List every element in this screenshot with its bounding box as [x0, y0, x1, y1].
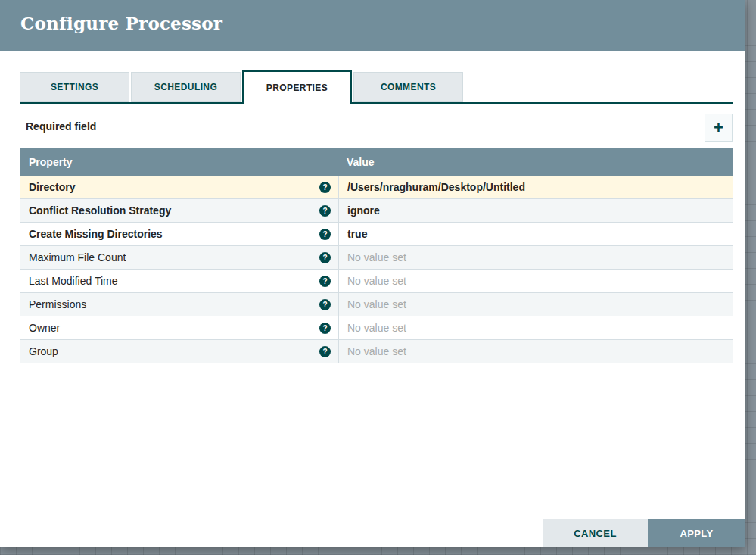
property-value[interactable]: ignore — [338, 199, 655, 222]
property-name: Last Modified Time — [29, 275, 118, 287]
property-name: Maximum File Count — [29, 251, 126, 263]
property-value[interactable]: No value set — [338, 316, 655, 339]
property-value[interactable]: /Users/nraghuram/Desktop/Untitled — [338, 176, 655, 198]
configure-processor-dialog: Configure Processor SETTINGS SCHEDULING … — [0, 0, 745, 547]
dialog-header: Configure Processor — [0, 0, 745, 51]
tab-settings[interactable]: SETTINGS — [20, 72, 129, 102]
tab-label: SCHEDULING — [154, 82, 217, 92]
properties-table: Property Value Directory ? /Users/nraghu… — [20, 148, 733, 363]
property-name: Conflict Resolution Strategy — [29, 204, 171, 217]
property-value[interactable]: No value set — [338, 340, 655, 363]
help-icon[interactable]: ? — [319, 276, 331, 287]
help-icon[interactable]: ? — [319, 205, 331, 217]
tab-label: SETTINGS — [51, 82, 98, 92]
help-icon[interactable]: ? — [319, 252, 331, 263]
property-value[interactable]: No value set — [338, 246, 655, 269]
property-value[interactable]: No value set — [338, 270, 655, 292]
property-extra-cell[interactable] — [655, 316, 733, 339]
properties-table-header: Property Value — [20, 148, 733, 176]
column-header-value: Value — [338, 156, 655, 168]
property-extra-cell[interactable] — [655, 246, 733, 269]
property-row: Create Missing Directories ? true — [20, 223, 733, 246]
help-icon[interactable]: ? — [319, 182, 331, 193]
tab-label: PROPERTIES — [266, 83, 328, 93]
property-extra-cell[interactable] — [655, 340, 733, 363]
apply-button[interactable]: APPLY — [648, 519, 745, 547]
property-extra-cell[interactable] — [655, 223, 733, 245]
property-row: Last Modified Time ? No value set — [20, 270, 733, 293]
property-extra-cell[interactable] — [655, 270, 733, 292]
property-extra-cell[interactable] — [655, 176, 733, 198]
help-icon[interactable]: ? — [319, 323, 331, 334]
property-row: Conflict Resolution Strategy ? ignore — [20, 199, 733, 223]
tab-properties[interactable]: PROPERTIES — [242, 70, 352, 104]
help-icon[interactable]: ? — [319, 346, 331, 357]
cancel-button[interactable]: CANCEL — [543, 519, 648, 547]
help-icon[interactable]: ? — [319, 229, 331, 240]
property-row: Owner ? No value set — [20, 316, 733, 340]
property-extra-cell[interactable] — [655, 199, 733, 222]
plus-icon: + — [714, 120, 723, 136]
property-value[interactable]: No value set — [338, 293, 655, 316]
property-row: Group ? No value set — [20, 340, 733, 363]
tab-label: COMMENTS — [381, 82, 436, 92]
required-field-label: Required field — [26, 120, 96, 133]
property-value[interactable]: true — [338, 223, 655, 245]
tab-bar: SETTINGS SCHEDULING PROPERTIES COMMENTS — [20, 70, 733, 104]
property-row: Directory ? /Users/nraghuram/Desktop/Unt… — [20, 176, 733, 199]
property-name: Owner — [29, 322, 60, 334]
column-header-property: Property — [20, 156, 338, 168]
property-row: Permissions ? No value set — [20, 293, 733, 316]
tab-comments[interactable]: COMMENTS — [353, 72, 463, 102]
property-row: Maximum File Count ? No value set — [20, 246, 733, 270]
help-icon[interactable]: ? — [319, 299, 331, 310]
property-name: Group — [29, 345, 58, 357]
tab-scheduling[interactable]: SCHEDULING — [131, 72, 241, 102]
dialog-title: Configure Processor — [0, 0, 745, 33]
add-property-button[interactable]: + — [705, 114, 733, 142]
property-name: Permissions — [29, 298, 86, 310]
property-name: Directory — [29, 181, 75, 193]
properties-table-body: Directory ? /Users/nraghuram/Desktop/Unt… — [20, 176, 733, 363]
property-name: Create Missing Directories — [29, 228, 163, 240]
property-extra-cell[interactable] — [655, 293, 733, 316]
